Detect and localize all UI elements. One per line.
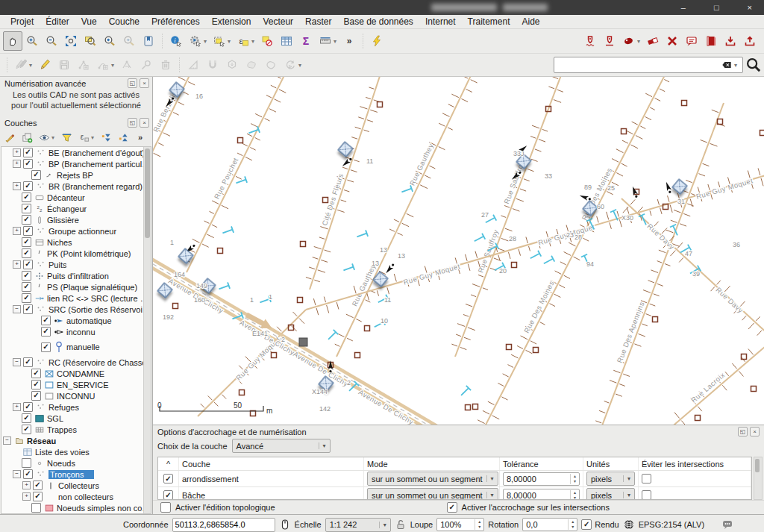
delete-selected-button[interactable] (156, 55, 175, 75)
red-comment-tool-button[interactable] (682, 31, 701, 51)
layer-item-trappes[interactable]: ✓Trappes (1, 424, 151, 435)
layer-checkbox[interactable]: ✓ (22, 215, 31, 225)
menu-vecteur[interactable]: Vecteur (257, 16, 299, 28)
menu-vue[interactable]: Vue (75, 16, 103, 28)
layer-item-ps-plaque-signaletique[interactable]: ✓PS (Plaque signalétique) (1, 281, 151, 292)
expand-all-button[interactable] (98, 130, 114, 145)
panel-close-icon[interactable]: × (750, 427, 760, 436)
window-titlebar[interactable]: – □ × (0, 0, 764, 15)
tolerance-spinbox[interactable]: 8,00000▴▾ (503, 472, 580, 486)
layer-item-niches[interactable]: ✓Niches (1, 237, 151, 248)
add-group-button[interactable] (19, 130, 35, 145)
zoom-next-button[interactable] (119, 31, 139, 51)
vertex-tool-button[interactable] (117, 55, 137, 75)
layer-checkbox[interactable]: ✓ (23, 304, 33, 314)
mode-combobox[interactable]: sur un sommet ou un segment▾ (367, 488, 498, 500)
avoid-intersections-checkbox[interactable] (642, 490, 651, 500)
units-combobox[interactable]: pixels▾ (586, 472, 635, 486)
expander-icon[interactable]: − (13, 305, 21, 313)
layer-item-src-sortie-des-reservoirs[interactable]: −✓SRC (Sortie des Réservoirs ... (1, 304, 151, 315)
layer-checkbox[interactable]: ✓ (31, 369, 41, 378)
snapping-table-scrollbar[interactable] (754, 457, 763, 500)
layer-checkbox[interactable]: ✓ (33, 492, 43, 501)
layer-item-sgl[interactable]: ✓SGL (1, 413, 151, 424)
layer-item-en-service[interactable]: ✓EN_SERVICE (1, 379, 151, 390)
layer-checkbox[interactable]: ✓ (22, 248, 31, 258)
layer-item-rc-reservoire-de-chasse[interactable]: −✓RC (Réservoire de Chasse) (1, 357, 151, 368)
expander-icon[interactable]: + (13, 182, 21, 190)
run-feature-action-button[interactable] (186, 31, 205, 51)
pan-map-button[interactable] (3, 31, 22, 51)
layer-checkbox[interactable]: ✓ (33, 481, 43, 490)
layer-item-liste-des-voies[interactable]: Liste des voies (1, 446, 151, 457)
mode-combobox[interactable]: sur un sommet ou un segment▾ (367, 472, 498, 486)
layer-choice-combobox[interactable]: Avancé▾ (232, 439, 331, 453)
layer-checkbox[interactable]: ✓ (31, 391, 41, 401)
layer-item-rejets-bp[interactable]: ✓Rejets BP (1, 169, 151, 181)
manage-visibility-button[interactable] (36, 130, 52, 145)
rotation-spinbox[interactable]: 0,0▴▾ (522, 518, 577, 531)
spatial-bookmarks-button[interactable] (139, 31, 158, 51)
filter-by-expression-button[interactable]: ε (75, 130, 92, 145)
add-circular-string-button[interactable] (93, 55, 113, 75)
trace-tool-button[interactable] (222, 55, 242, 75)
column-couche[interactable]: Couche (179, 457, 364, 470)
collapse-all-button[interactable] (115, 130, 131, 145)
add-feature-button[interactable] (74, 55, 93, 75)
layer-styling-button[interactable] (1, 130, 18, 145)
search-input[interactable] (554, 60, 721, 69)
open-attribute-table-button[interactable] (277, 31, 296, 51)
layers-overflow-button[interactable]: » (132, 130, 148, 145)
layer-tree-scrollbar[interactable] (143, 147, 151, 513)
layer-checkbox[interactable] (22, 458, 31, 468)
toolbar-handle[interactable] (4, 57, 10, 73)
layer-item-troncons[interactable]: −✓Tronçons (1, 469, 151, 480)
current-edits-button[interactable] (11, 55, 31, 75)
toolbar-overflow-button[interactable]: » (339, 31, 359, 51)
menu-editer[interactable]: Éditer (40, 16, 75, 28)
zoom-to-layer-button[interactable] (81, 31, 100, 51)
column-eviter[interactable]: Éviter les intersections (639, 457, 751, 470)
layer-checkbox[interactable]: ✓ (22, 293, 31, 303)
reshape-feature-button[interactable] (242, 55, 261, 75)
red-eraser-tool-button[interactable] (643, 31, 663, 51)
row-checkbox[interactable]: ✓ (163, 490, 173, 500)
scale-combobox[interactable]: 1:1 242▾ (325, 518, 391, 532)
menu-preferences[interactable]: Préférences (145, 16, 206, 28)
filter-by-expression-dropdown[interactable]: ▾ (91, 134, 97, 141)
menu-traitement[interactable]: Traitement (462, 16, 516, 28)
identify-features-button[interactable]: i (166, 31, 186, 51)
coordinate-input[interactable] (172, 518, 275, 532)
column-mode[interactable]: Mode (364, 457, 500, 470)
layer-item-manuelle[interactable]: ✓manuelle (1, 337, 151, 357)
save-edits-button[interactable] (54, 55, 74, 75)
layer-checkbox[interactable]: ✓ (31, 380, 41, 389)
menu-raster[interactable]: Raster (299, 16, 337, 28)
layer-checkbox[interactable]: ✓ (23, 148, 33, 157)
zoom-in-button[interactable] (22, 31, 42, 51)
map-canvas[interactable]: Rue BerzéliusRue PouchetCité Des FleursR… (153, 77, 764, 425)
layer-item-non-collecteurs[interactable]: +✓non collecteurs (1, 491, 151, 502)
expander-icon[interactable]: + (13, 227, 21, 235)
layer-checkbox[interactable]: ✓ (23, 226, 33, 236)
expander-icon[interactable]: + (22, 492, 31, 501)
statistical-summary-button[interactable]: Σ (296, 31, 316, 51)
deselect-features-button[interactable] (257, 31, 277, 51)
panel-close-icon[interactable]: × (140, 78, 149, 88)
layer-checkbox[interactable]: ✓ (22, 237, 31, 247)
layer-item-automatique[interactable]: ✓automatique (1, 315, 151, 326)
layer-checkbox[interactable]: ✓ (41, 327, 51, 337)
rotate-point-symbols-button[interactable] (281, 55, 300, 75)
zoom-full-extent-button[interactable] (61, 31, 81, 51)
layer-item-pk-point-kilometrique[interactable]: ✓PK (Point kilométrique) (1, 248, 151, 259)
layer-item-lien-rc-src-lecture-se[interactable]: ✓lien RC <-> SRC (lecture se... (1, 292, 151, 304)
column-tolerance[interactable]: Tolérance (500, 457, 583, 470)
avoid-intersections-checkbox[interactable] (642, 474, 651, 484)
zoom-out-button[interactable] (42, 31, 61, 51)
sort-indicator[interactable]: ^ (158, 457, 179, 470)
expander-icon[interactable]: + (13, 160, 21, 168)
layer-item-inconnu[interactable]: ✓INCONNU (1, 390, 151, 401)
snap-intersections-checkbox[interactable]: ✓ (447, 502, 457, 513)
menu-internet[interactable]: Internet (419, 16, 462, 28)
plugin-action-button[interactable] (367, 31, 386, 51)
